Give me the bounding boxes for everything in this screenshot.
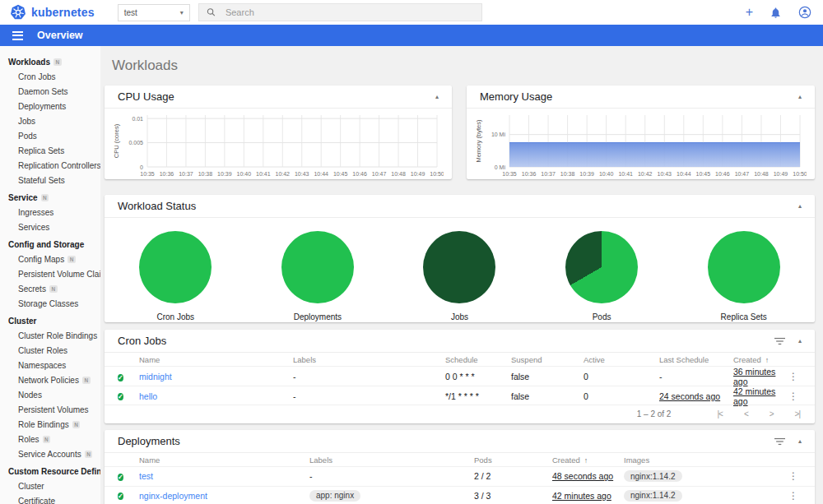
sidebar-item-cluster[interactable]: Cluster [0,479,100,493]
kubernetes-logo[interactable]: kubernetes [10,4,95,21]
sidebar-item-cluster-roles[interactable]: Cluster Roles [0,343,100,358]
column-header-active[interactable]: Active [584,355,659,364]
column-header-name[interactable]: Name [139,355,293,364]
row-actions-kebab-menu[interactable]: ⋮ [785,391,802,402]
last-page-icon[interactable]: >| [795,409,800,418]
row-actions-kebab-menu[interactable]: ⋮ [785,490,802,502]
sidebar-item-storage-classes[interactable]: Storage Classes [0,296,100,311]
search-bar[interactable] [198,3,482,21]
column-header-labels[interactable]: Labels [293,355,445,364]
sidebar-item-cluster[interactable]: Cluster [0,313,100,328]
column-header-created[interactable]: Created↑ [552,455,624,465]
collapse-icon[interactable]: ▴ [798,93,802,100]
pods-pie-chart[interactable] [565,231,638,303]
jobs-pie-chart[interactable] [423,231,495,303]
collapse-icon[interactable]: ▴ [798,202,802,210]
sidebar-item-role-bindings[interactable]: Role BindingsN [0,417,100,432]
sidebar-item-namespaces[interactable]: Namespaces [0,358,100,372]
search-input[interactable] [224,7,474,18]
svg-text:10:40: 10:40 [599,171,614,177]
pagination-range-label: 1 – 2 of 2 [637,409,672,418]
table-row: ✓midnight-0 0 * * *false0-36 minutes ago… [105,367,815,386]
sidebar-item-label: Service Accounts [18,450,81,459]
chevron-down-icon: ▾ [180,9,184,16]
sidebar-item-services[interactable]: Services [0,220,100,234]
sidebar-item-certificate[interactable]: Certificate [0,493,100,504]
sidebar-item-persistent-volume-claims[interactable]: Persistent Volume ClaimsN [0,266,100,281]
sidebar-item-daemon-sets[interactable]: Daemon Sets [0,84,100,99]
sidebar-item-cluster-role-bindings[interactable]: Cluster Role Bindings [0,328,100,343]
column-header-images[interactable]: Images [624,455,782,465]
cron-jobs-table: NameLabelsScheduleSuspendActiveLast Sche… [105,353,815,405]
cell-labels: - [293,391,445,401]
svg-text:10:45: 10:45 [333,171,348,177]
sidebar-item-custom-resource-definitions[interactable]: Custom Resource Definitions [0,464,100,479]
collapse-icon[interactable]: ▴ [798,337,802,344]
sidebar-item-workloads[interactable]: WorkloadsN [0,54,100,69]
sidebar-item-replica-sets[interactable]: Replica Sets [0,143,100,158]
cell-name[interactable]: nginx-deployment [139,491,309,501]
sidebar-item-service[interactable]: ServiceN [0,190,100,205]
previous-page-icon[interactable]: < [744,409,748,418]
sidebar-item-cron-jobs[interactable]: Cron Jobs [0,69,100,84]
workload-status-cron-jobs: Cron Jobs [139,231,212,321]
column-header-suspend[interactable]: Suspend [511,355,584,364]
deployments-pie-chart[interactable] [281,231,354,303]
sidebar-item-persistent-volumes[interactable]: Persistent Volumes [0,402,100,417]
sidebar-item-label: Cluster [8,317,36,326]
svg-text:10:47: 10:47 [735,171,750,177]
sidebar-item-replication-controllers[interactable]: Replication Controllers [0,158,100,173]
sidebar-item-stateful-sets[interactable]: Stateful Sets [0,173,100,187]
next-page-icon[interactable]: > [770,409,774,418]
cell-name[interactable]: midnight [139,372,293,381]
cron-jobs-pie-chart[interactable] [139,231,212,303]
column-header-labels[interactable]: Labels [309,455,474,465]
sidebar-item-ingresses[interactable]: Ingresses [0,205,100,220]
cell-created: 42 minutes ago [552,491,624,501]
sidebar-item-config-maps[interactable]: Config MapsN [0,252,100,266]
app-bar: Overview [0,25,823,46]
collapse-icon[interactable]: ▴ [798,437,802,445]
notifications-bell-icon[interactable] [770,7,782,19]
column-header-pods[interactable]: Pods [474,455,552,465]
sidebar-item-network-policies[interactable]: Network PoliciesN [0,372,100,387]
filter-icon[interactable] [774,337,785,345]
namespaced-badge: N [82,377,91,384]
label-chip: nginx:1.14.2 [624,470,682,482]
first-page-icon[interactable]: |< [717,409,722,418]
workload-status-deployments: Deployments [281,231,354,321]
user-account-icon[interactable] [798,6,811,19]
sidebar-item-label: Secrets [18,284,46,294]
svg-text:0.01: 0.01 [132,116,143,122]
sidebar-item-jobs[interactable]: Jobs [0,113,100,128]
success-check-icon: ✓ [118,474,123,481]
namespace-selector[interactable]: test ▾ [118,4,190,21]
column-header-schedule[interactable]: Schedule [445,355,511,364]
workload-status-jobs: Jobs [423,231,495,321]
svg-text:10:48: 10:48 [754,171,769,177]
sidebar-item-deployments[interactable]: Deployments [0,99,100,113]
replica-sets-pie-chart[interactable] [708,231,780,303]
column-header-last-schedule[interactable]: Last Schedule [659,355,733,364]
svg-text:10:41: 10:41 [618,171,633,177]
cell-name[interactable]: hello [139,391,293,401]
sidebar-item-config-and-storage[interactable]: Config and Storage [0,237,100,252]
row-actions-kebab-menu[interactable]: ⋮ [785,470,802,482]
svg-text:10 Mi: 10 Mi [491,132,506,137]
filter-icon[interactable] [774,437,785,446]
sidebar-item-pods[interactable]: Pods [0,128,100,143]
sidebar-item-label: Workloads [8,58,50,67]
row-actions-kebab-menu[interactable]: ⋮ [785,371,802,382]
sidebar-item-secrets[interactable]: SecretsN [0,281,100,296]
create-resource-button[interactable]: + [746,6,753,19]
column-header-created[interactable]: Created↑ [733,355,782,364]
sidebar-item-service-accounts[interactable]: Service AccountsN [0,446,100,461]
cell-created: 36 minutes ago [733,367,782,386]
cell-created: 42 minutes ago [733,386,782,406]
sidebar-item-roles[interactable]: RolesN [0,432,100,446]
collapse-icon[interactable]: ▴ [435,93,439,100]
cell-name[interactable]: test [139,471,309,481]
column-header-name[interactable]: Name [139,455,309,465]
sidebar-item-nodes[interactable]: Nodes [0,387,100,402]
menu-hamburger-icon[interactable] [12,31,23,40]
